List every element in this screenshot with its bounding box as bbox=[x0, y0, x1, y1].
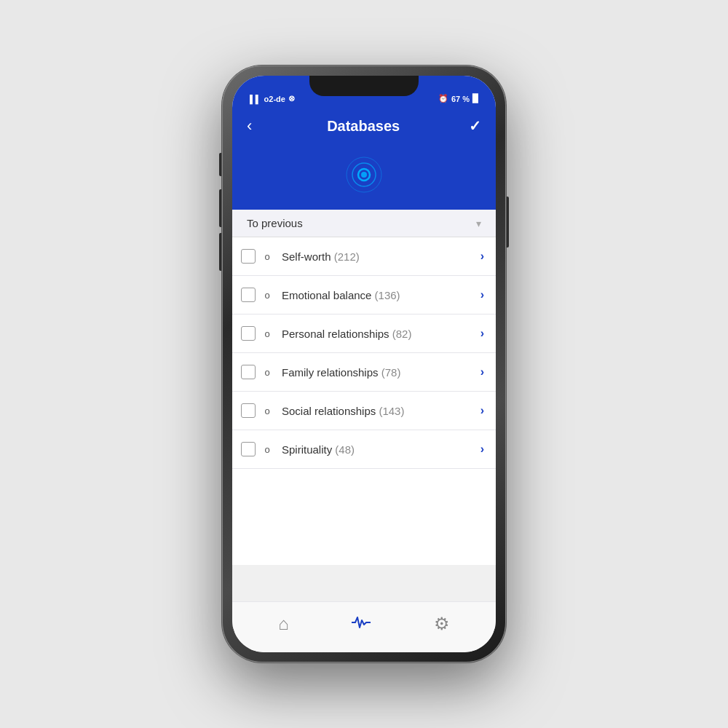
chevron-right-icon-1: › bbox=[480, 288, 484, 301]
status-right: ⏰ 67 % ▉ bbox=[438, 94, 478, 103]
list-item[interactable]: o Spirituality (48) › bbox=[232, 430, 496, 469]
carrier-label: o2-de bbox=[264, 95, 285, 103]
item-label-4: Social relationships (143) bbox=[282, 405, 475, 417]
item-label-5: Spirituality (48) bbox=[282, 443, 475, 456]
home-icon: ⌂ bbox=[278, 614, 289, 634]
settings-icon: ⚙ bbox=[434, 614, 450, 634]
list-item[interactable]: o Family relationships (78) › bbox=[232, 353, 496, 392]
app-header: ‹ Databases ✓ bbox=[232, 108, 496, 210]
checkbox-0[interactable] bbox=[241, 249, 256, 264]
checkbox-5[interactable] bbox=[241, 442, 256, 456]
chevron-right-icon-3: › bbox=[480, 365, 484, 379]
chevron-right-icon-4: › bbox=[480, 404, 484, 417]
database-list: o Self-worth (212) › o Emotional balance… bbox=[232, 237, 496, 565]
activity-icon bbox=[352, 614, 371, 634]
confirm-button[interactable]: ✓ bbox=[469, 117, 481, 135]
item-count-0: (212) bbox=[334, 250, 360, 263]
to-previous-row[interactable]: To previous ▾ bbox=[232, 210, 496, 237]
checkbox-2[interactable] bbox=[241, 326, 256, 341]
item-label-1: Emotional balance (136) bbox=[282, 289, 475, 301]
item-count-5: (48) bbox=[335, 443, 355, 456]
item-label-2: Personal relationships (82) bbox=[282, 328, 475, 340]
checkbox-4[interactable] bbox=[241, 403, 256, 418]
to-previous-label: To previous bbox=[247, 217, 303, 229]
gray-footer bbox=[232, 565, 496, 601]
header-nav: ‹ Databases ✓ bbox=[247, 114, 481, 144]
phone-device: ▌▌ o2-de ⊗ ⏰ 67 % ▉ ‹ Databases ✓ bbox=[222, 66, 506, 662]
tab-bar: ⌂ ⚙ bbox=[232, 601, 496, 652]
page-title: Databases bbox=[327, 118, 400, 135]
item-count-1: (136) bbox=[375, 289, 400, 301]
dot-icon-3: o bbox=[261, 366, 273, 378]
wifi-icon: ⊗ bbox=[288, 94, 295, 103]
phone-screen: ▌▌ o2-de ⊗ ⏰ 67 % ▉ ‹ Databases ✓ bbox=[232, 76, 496, 652]
checkbox-1[interactable] bbox=[241, 288, 256, 302]
list-item[interactable]: o Emotional balance (136) › bbox=[232, 276, 496, 314]
status-left: ▌▌ o2-de ⊗ bbox=[250, 94, 295, 103]
list-item[interactable]: o Personal relationships (82) › bbox=[232, 314, 496, 353]
chevron-right-icon-0: › bbox=[480, 250, 484, 263]
item-label-3: Family relationships (78) bbox=[282, 366, 475, 379]
tab-activity[interactable] bbox=[340, 611, 382, 637]
item-count-2: (82) bbox=[392, 328, 412, 340]
dot-icon-2: o bbox=[261, 328, 273, 339]
power-button bbox=[506, 197, 509, 248]
battery-icon: ▉ bbox=[472, 94, 478, 103]
dropdown-arrow-icon: ▾ bbox=[476, 218, 481, 229]
dot-icon-4: o bbox=[261, 405, 273, 416]
tab-home[interactable]: ⌂ bbox=[266, 611, 301, 637]
chevron-right-icon-2: › bbox=[480, 327, 484, 340]
item-count-3: (78) bbox=[381, 366, 401, 379]
alarm-icon: ⏰ bbox=[438, 94, 448, 103]
checkbox-3[interactable] bbox=[241, 365, 256, 379]
list-item[interactable]: o Social relationships (143) › bbox=[232, 392, 496, 430]
dot-icon-5: o bbox=[261, 443, 273, 455]
battery-label: 67 % bbox=[451, 95, 470, 103]
svg-point-3 bbox=[361, 172, 367, 178]
chevron-right-icon-5: › bbox=[480, 443, 484, 456]
sonar-icon bbox=[342, 153, 386, 197]
item-count-4: (143) bbox=[379, 405, 404, 417]
back-button[interactable]: ‹ bbox=[247, 114, 258, 138]
item-label-0: Self-worth (212) bbox=[282, 250, 475, 263]
dot-icon-0: o bbox=[261, 250, 273, 262]
header-icon-area bbox=[247, 144, 481, 210]
tab-settings[interactable]: ⚙ bbox=[422, 611, 462, 637]
signal-icon: ▌▌ bbox=[250, 95, 261, 103]
notch bbox=[309, 76, 419, 96]
dot-icon-1: o bbox=[261, 289, 273, 301]
list-item[interactable]: o Self-worth (212) › bbox=[232, 237, 496, 276]
